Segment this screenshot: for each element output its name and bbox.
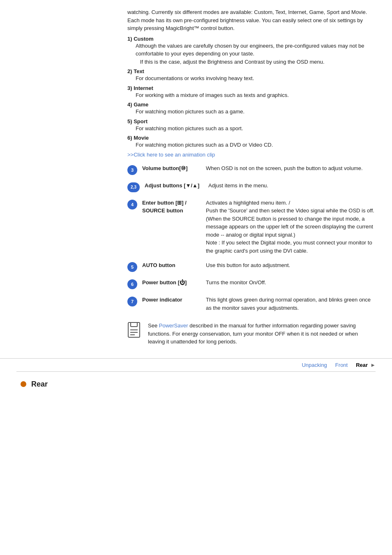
mode-internet-title: 3) Internet bbox=[127, 85, 376, 91]
mode-custom: 1) Custom Although the values are carefu… bbox=[127, 36, 376, 66]
mode-text-title: 2) Text bbox=[127, 68, 376, 74]
btn-label-adjust: Adjust buttons [▼/▲] bbox=[145, 182, 208, 190]
rear-title-text: Rear bbox=[31, 380, 48, 389]
badge-3: 3 bbox=[127, 165, 137, 175]
button-row-volume: 3 Volume button[⑩] When OSD is not on th… bbox=[127, 164, 376, 177]
button-row-power-indicator: 7 Power indicator This light glows green… bbox=[127, 296, 376, 313]
mode-movie-title: 6) Movie bbox=[127, 135, 376, 141]
mode-movie-desc: For watching motion pictures such as a D… bbox=[136, 141, 376, 149]
mode-internet-desc: For working with a mixture of images suc… bbox=[136, 91, 376, 99]
note-box: See PowerSaver described in the manual f… bbox=[127, 322, 376, 346]
btn-desc-enter: Activates a highlighted menu item. / Pus… bbox=[206, 199, 376, 255]
note-svg-icon bbox=[127, 322, 142, 338]
btn-label-enter: Enter button [⊞] /SOURCE button bbox=[142, 199, 206, 215]
mode-game: 4) Game For watching motion pictures suc… bbox=[127, 101, 376, 116]
mode-sport: 5) Sport For watching motion pictures su… bbox=[127, 118, 376, 133]
nav-rear[interactable]: Rear bbox=[356, 362, 368, 368]
mode-custom-desc: Although the values are carefully chosen… bbox=[136, 42, 376, 66]
svg-rect-1 bbox=[131, 322, 137, 327]
note-text: See PowerSaver described in the manual f… bbox=[148, 322, 376, 346]
btn-desc-adjust: Adjust items in the menu. bbox=[208, 182, 376, 190]
nav-arrow: ► bbox=[370, 362, 376, 368]
nav-front[interactable]: Front bbox=[335, 362, 348, 368]
modes-list: 1) Custom Although the values are carefu… bbox=[127, 36, 376, 149]
button-row-auto: 5 AUTO button Use this button for auto a… bbox=[127, 261, 376, 274]
btn-desc-power: Turns the monitor On/Off. bbox=[206, 279, 376, 287]
mode-game-title: 4) Game bbox=[127, 101, 376, 108]
content-area: watching. Currently six different modes … bbox=[127, 8, 376, 346]
note-icon bbox=[127, 322, 144, 338]
mode-movie: 6) Movie For watching motion pictures su… bbox=[127, 135, 376, 149]
btn-desc-volume: When OSD is not on the screen, push the … bbox=[206, 164, 376, 173]
mode-custom-title: 1) Custom bbox=[127, 36, 376, 42]
rear-section-heading: Rear bbox=[21, 380, 392, 389]
page: watching. Currently six different modes … bbox=[0, 0, 392, 555]
btn-desc-auto: Use this button for auto adjustment. bbox=[206, 261, 376, 269]
btn-label-auto: AUTO button bbox=[142, 261, 206, 269]
buttons-table: 3 Volume button[⑩] When OSD is not on th… bbox=[127, 164, 376, 314]
badge-7: 7 bbox=[127, 297, 137, 306]
nav-bar: Unpacking Front Rear ► bbox=[0, 358, 392, 371]
button-row-power: 6 Power button [⏻] Turns the monitor On/… bbox=[127, 279, 376, 291]
button-row-adjust: 2,3 Adjust buttons [▼/▲] Adjust items in… bbox=[127, 182, 376, 194]
badge-6: 6 bbox=[127, 279, 137, 289]
nav-unpacking[interactable]: Unpacking bbox=[302, 362, 327, 368]
badge-5: 5 bbox=[127, 262, 137, 272]
mode-internet: 3) Internet For working with a mixture o… bbox=[127, 85, 376, 99]
button-row-enter: 4 Enter button [⊞] /SOURCE button Activa… bbox=[127, 199, 376, 257]
btn-label-power: Power button [⏻] bbox=[142, 279, 206, 287]
badge-4: 4 bbox=[127, 200, 137, 210]
btn-label-volume: Volume button[⑩] bbox=[142, 164, 206, 173]
section-divider bbox=[16, 371, 376, 372]
animation-link-container[interactable]: >>Click here to see an animation clip bbox=[127, 152, 376, 158]
rear-dot-icon bbox=[21, 381, 26, 387]
badge-23: 2,3 bbox=[127, 182, 140, 192]
intro-paragraph: watching. Currently six different modes … bbox=[127, 8, 376, 32]
mode-game-desc: For watching motion pictures such as a g… bbox=[136, 108, 376, 116]
mode-sport-title: 5) Sport bbox=[127, 118, 376, 124]
btn-desc-power-indicator: This light glows green during normal ope… bbox=[206, 296, 376, 312]
mode-text: 2) Text For documentations or works invo… bbox=[127, 68, 376, 83]
btn-label-power-indicator: Power indicator bbox=[142, 296, 206, 304]
powersaver-link[interactable]: PowerSaver bbox=[159, 322, 188, 329]
animation-link[interactable]: >>Click here to see an animation clip bbox=[127, 152, 215, 158]
mode-text-desc: For documentations or works involving he… bbox=[136, 74, 376, 83]
mode-sport-desc: For watching motion pictures such as a s… bbox=[136, 124, 376, 133]
